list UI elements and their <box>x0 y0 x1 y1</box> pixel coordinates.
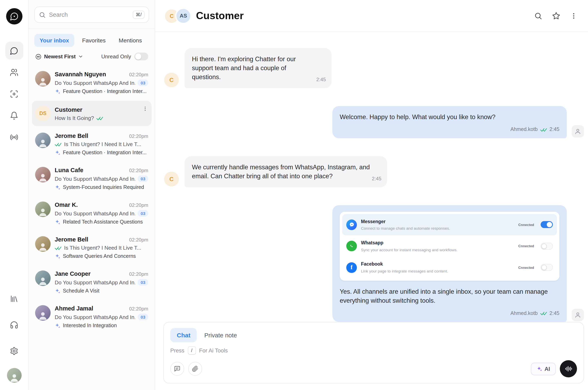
inbox-filters: Newest First Unread Only <box>29 49 155 64</box>
integrations-card: Messenger Connect to manage chats and au… <box>340 211 559 281</box>
read-check-icon <box>96 116 103 120</box>
whatsapp-toggle[interactable] <box>541 243 553 250</box>
read-check-icon <box>55 246 62 250</box>
unread-badge: 03 <box>138 80 148 86</box>
message-list[interactable]: C Hi there. I'm exploring Chatter for ou… <box>155 32 588 322</box>
ai-tools-button[interactable]: AI <box>531 362 556 375</box>
sparkle-icon <box>55 219 60 225</box>
sort-label: Newest First <box>44 53 76 59</box>
rail-chat-icon[interactable] <box>5 42 23 59</box>
conversation-preview: Is This Urgent? I Need It Live T... <box>64 245 148 251</box>
conversation-name: Customer <box>55 106 82 113</box>
search-shortcut: ⌘/ <box>133 11 145 19</box>
conversation-time: 02:20pm <box>129 72 148 78</box>
sparkle-icon <box>55 288 60 294</box>
integration-name: Messenger <box>361 218 514 225</box>
avatar <box>35 270 51 286</box>
sort-dropdown[interactable]: Newest First <box>35 53 83 60</box>
conversation-time: 02:20pm <box>129 237 148 243</box>
rail-settings-icon[interactable] <box>5 342 23 360</box>
unread-badge: 03 <box>138 210 148 217</box>
tab-mentions[interactable]: Mentions <box>113 34 147 47</box>
messenger-icon <box>346 219 357 230</box>
rail-library-icon[interactable] <box>5 290 23 308</box>
unread-badge: 03 <box>138 314 148 320</box>
search-box[interactable]: ⌘/ <box>34 6 149 23</box>
sender-avatar: C <box>164 172 179 186</box>
integration-row-facebook[interactable]: f Facebook Link your page to integrate m… <box>342 257 557 278</box>
conversation-preview: Do You Support WhatsApp And In... <box>55 279 135 285</box>
conversation-name: Omar K. <box>55 201 78 208</box>
conversation-preview: Do You Support WhatsApp And In... <box>55 314 135 320</box>
attachment-button[interactable] <box>188 362 202 376</box>
list-item-selected[interactable]: DS Customer How Is It Going? <box>32 101 152 126</box>
avatar <box>35 133 51 148</box>
sparkle-icon <box>55 150 60 155</box>
conversation-time: 02:20pm <box>129 306 148 312</box>
integration-description: Connect to manage chats and automate res… <box>361 226 514 232</box>
message-sender: Ahmed.kotb <box>510 126 537 133</box>
rail-notifications-icon[interactable] <box>5 106 23 124</box>
conversation-preview: Is This Urgent? I Need It Live T... <box>64 141 148 147</box>
list-item[interactable]: Omar K. 02:20pm Do You Support WhatsApp … <box>32 197 152 230</box>
slash-key: / <box>188 346 196 354</box>
inbox-panel: ⌘/ Your inbox Favorites Mentions Newest … <box>29 0 155 390</box>
chat-more-icon[interactable] <box>570 12 577 19</box>
composer-tab-private-note[interactable]: Private note <box>204 328 237 342</box>
profile-avatar[interactable] <box>7 368 21 383</box>
rail-support-icon[interactable] <box>5 316 23 334</box>
hint-suffix: For Ai Tools <box>199 347 228 353</box>
conversation-time: 02:20pm <box>129 271 148 277</box>
ai-summary: Related Tech Assistance Questions <box>63 219 143 225</box>
voice-message-button[interactable] <box>560 360 577 377</box>
read-check-icon <box>540 311 547 315</box>
list-item[interactable]: Jane Cooper 02:20pm Do You Support Whats… <box>32 266 152 299</box>
app-logo-icon[interactable] <box>6 8 22 24</box>
message-time: 2:45 <box>316 76 326 83</box>
composer-input[interactable]: Press / For Ai Tools <box>170 346 577 354</box>
chat-search-icon[interactable] <box>534 12 542 20</box>
integration-name: Whatsapp <box>361 240 514 246</box>
conversation-name: Luna Cafe <box>55 167 83 173</box>
sparkle-icon <box>55 184 60 190</box>
composer-tab-chat[interactable]: Chat <box>170 328 197 342</box>
sort-icon <box>35 53 42 60</box>
message-composer[interactable]: Chat Private note Press / For Ai Tools A… <box>163 322 584 384</box>
integration-status: Cnnected <box>518 265 534 270</box>
messenger-toggle[interactable] <box>541 221 553 228</box>
rail-broadcast-icon[interactable] <box>5 128 23 146</box>
unread-only-toggle[interactable] <box>134 53 148 60</box>
conversation-name: Jerome Bell <box>55 133 88 139</box>
integration-row-whatsapp[interactable]: Whatsapp Sync your account for instant m… <box>342 235 557 257</box>
list-item[interactable]: Jerome Bell 02:20pm Is This Urgent? I Ne… <box>32 128 152 160</box>
list-item[interactable]: Ahmed Jamal 02:20pm Do You Support Whats… <box>32 300 152 333</box>
conversation-name: Jerome Bell <box>55 236 88 243</box>
rail-contacts-icon[interactable] <box>5 63 23 81</box>
ai-summary: Interested In Integration <box>63 323 117 328</box>
composer-actions: AI <box>170 360 577 377</box>
integration-status: Cnnected <box>518 222 534 227</box>
list-item[interactable]: Savannah Nguyen 02:20pm Do You Support W… <box>32 66 152 99</box>
message-incoming: C Hi there. I'm exploring Chatter for ou… <box>164 48 584 88</box>
conversation-more-icon[interactable] <box>142 106 148 112</box>
message-sender: Ahmed.kotb <box>510 310 537 317</box>
favorite-star-icon[interactable] <box>552 12 560 20</box>
list-item[interactable]: Jerome Bell 02:20pm Is This Urgent? I Ne… <box>32 231 152 264</box>
facebook-toggle[interactable] <box>541 264 553 271</box>
quick-reply-button[interactable] <box>170 362 184 376</box>
rail-new-chat-icon[interactable] <box>5 85 23 103</box>
integration-row-messenger[interactable]: Messenger Connect to manage chats and au… <box>342 214 557 235</box>
avatar: DS <box>35 106 51 121</box>
search-input[interactable] <box>49 11 130 18</box>
ai-summary: System-Focused Inquiries Required <box>63 184 144 190</box>
avatar <box>35 305 51 321</box>
avatar <box>35 167 51 182</box>
conversation-time: 02:20pm <box>129 202 148 208</box>
message-time: 2:45 <box>549 126 559 133</box>
conversation-name: Jane Cooper <box>55 270 91 277</box>
tab-favorites[interactable]: Favorites <box>77 34 111 47</box>
hint-prefix: Press <box>170 347 184 353</box>
list-item[interactable]: Luna Cafe 02:20pm Do You Support WhatsAp… <box>32 162 152 195</box>
tab-your-inbox[interactable]: Your inbox <box>34 34 74 47</box>
conversation-preview: Do You Support WhatsApp And In... <box>55 210 135 216</box>
